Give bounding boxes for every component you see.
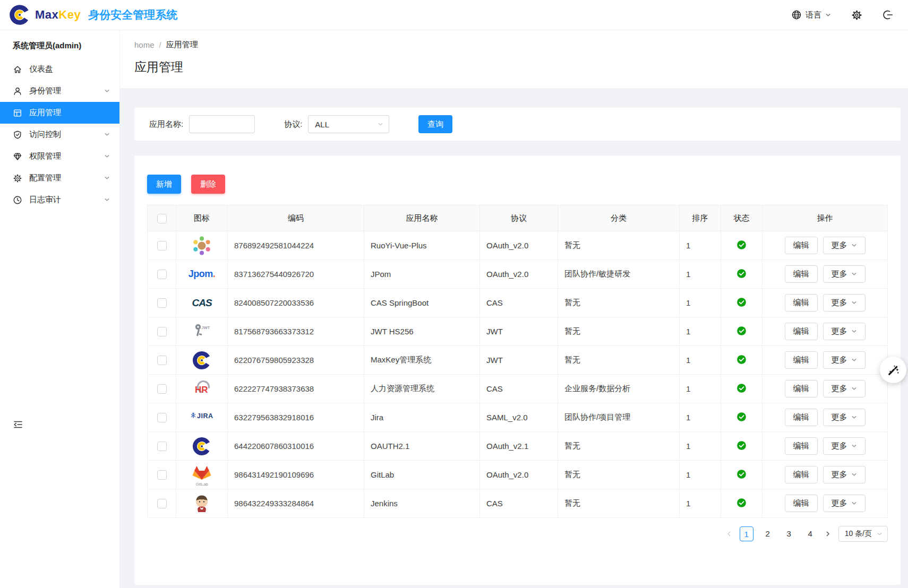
edit-button[interactable]: 编辑 bbox=[785, 380, 818, 397]
pagination-prev[interactable] bbox=[726, 531, 732, 537]
sidebar-item-label: 身份管理 bbox=[29, 86, 61, 96]
breadcrumb-home[interactable]: home bbox=[134, 40, 155, 49]
app-sort: 1 bbox=[680, 317, 721, 346]
app-sort: 1 bbox=[680, 489, 721, 518]
sidebar-item-audit[interactable]: 日志审计 bbox=[0, 189, 119, 211]
pagination: 123410 条/页 bbox=[147, 526, 888, 542]
row-checkbox[interactable] bbox=[157, 298, 167, 308]
sidebar-item-config[interactable]: 配置管理 bbox=[0, 167, 119, 189]
edit-button[interactable]: 编辑 bbox=[785, 351, 818, 369]
more-button[interactable]: 更多 bbox=[823, 437, 866, 455]
language-button[interactable]: 语言 bbox=[791, 10, 831, 20]
column-header: 排序 bbox=[680, 205, 721, 231]
row-checkbox[interactable] bbox=[157, 327, 167, 336]
logout-icon[interactable] bbox=[883, 10, 893, 20]
app-code: 622227747938373638 bbox=[228, 375, 364, 403]
pagination-page-3[interactable]: 3 bbox=[782, 526, 796, 541]
edit-button[interactable]: 编辑 bbox=[785, 265, 818, 283]
sidebar-item-permission[interactable]: 权限管理 bbox=[0, 145, 119, 167]
sidebar-item-access[interactable]: 访问控制 bbox=[0, 124, 119, 145]
edit-button[interactable]: 编辑 bbox=[785, 294, 818, 312]
ruoyi-app-icon bbox=[190, 234, 213, 257]
svg-text:GitLab: GitLab bbox=[196, 482, 209, 487]
row-checkbox[interactable] bbox=[157, 241, 167, 250]
row-checkbox[interactable] bbox=[157, 442, 167, 451]
sidebar: 系统管理员(admin) 仪表盘身份管理应用管理访问控制权限管理配置管理日志审计 bbox=[0, 30, 120, 588]
app-code: 644220607860310016 bbox=[228, 432, 364, 461]
sidebar-item-apps[interactable]: 应用管理 bbox=[0, 102, 119, 124]
more-button[interactable]: 更多 bbox=[823, 265, 866, 283]
row-checkbox[interactable] bbox=[157, 470, 167, 480]
app-protocol: JWT bbox=[480, 317, 558, 346]
app-code: 876892492581044224 bbox=[228, 231, 364, 260]
status-enabled-icon bbox=[736, 500, 747, 509]
gem-icon bbox=[13, 152, 22, 161]
app-protocol: CAS bbox=[480, 375, 558, 403]
sidebar-item-label: 权限管理 bbox=[29, 151, 61, 161]
table-row: 644220607860310016OAUTH2.1OAuth_v2.1暂无1编… bbox=[148, 432, 888, 461]
chevron-down-icon bbox=[851, 414, 857, 420]
applications-panel: 新增 删除 图标编码应用名称协议分类排序状态操作 876892492581044… bbox=[134, 155, 901, 585]
row-checkbox[interactable] bbox=[157, 413, 167, 422]
globe-icon bbox=[791, 10, 802, 20]
jenkins-app-icon bbox=[191, 493, 212, 514]
app-code: 632279563832918016 bbox=[228, 403, 364, 432]
status-enabled-icon bbox=[736, 300, 747, 309]
app-sort: 1 bbox=[680, 461, 721, 489]
row-checkbox[interactable] bbox=[157, 270, 167, 279]
add-button[interactable]: 新增 bbox=[147, 175, 181, 194]
delete-button[interactable]: 删除 bbox=[191, 175, 225, 194]
page-size-select[interactable]: 10 条/页 bbox=[838, 526, 888, 542]
table-row: Jpom.837136275440926720JPomOAuth_v2.0团队协… bbox=[148, 260, 888, 289]
edit-button[interactable]: 编辑 bbox=[785, 323, 818, 340]
app-category: 暂无 bbox=[558, 231, 680, 260]
edit-button[interactable]: 编辑 bbox=[785, 466, 818, 483]
chevron-down-icon bbox=[104, 132, 110, 137]
app-category: 企业服务/数据分析 bbox=[558, 375, 680, 403]
status-enabled-icon bbox=[736, 386, 747, 395]
chevron-down-icon bbox=[851, 328, 857, 334]
chevron-down-icon bbox=[851, 357, 857, 363]
more-button[interactable]: 更多 bbox=[823, 294, 866, 312]
more-button[interactable]: 更多 bbox=[823, 380, 866, 397]
more-button[interactable]: 更多 bbox=[823, 323, 866, 340]
table-row: CAS824008507220033536CAS SpringBootCAS暂无… bbox=[148, 289, 888, 317]
page-title: 应用管理 bbox=[134, 59, 894, 75]
status-enabled-icon bbox=[736, 243, 747, 252]
gitlab-app-icon: GitLab bbox=[191, 463, 212, 487]
status-enabled-icon bbox=[736, 472, 747, 481]
row-checkbox[interactable] bbox=[157, 384, 167, 394]
select-all-checkbox[interactable] bbox=[157, 214, 167, 223]
pagination-page-4[interactable]: 4 bbox=[803, 526, 817, 541]
sidebar-item-dashboard[interactable]: 仪表盘 bbox=[0, 58, 119, 80]
more-button[interactable]: 更多 bbox=[823, 409, 866, 426]
pagination-next[interactable] bbox=[825, 531, 831, 537]
edit-button[interactable]: 编辑 bbox=[785, 437, 818, 455]
table-row: JWT817568793663373312JWT HS256JWT暂无1编辑更多 bbox=[148, 317, 888, 346]
column-header: 图标 bbox=[176, 205, 228, 231]
app-sort: 1 bbox=[680, 346, 721, 375]
more-button[interactable]: 更多 bbox=[823, 466, 866, 483]
pagination-page-2[interactable]: 2 bbox=[761, 526, 775, 541]
more-button[interactable]: 更多 bbox=[823, 351, 866, 369]
column-header: 协议 bbox=[480, 205, 558, 231]
pagination-page-1[interactable]: 1 bbox=[740, 526, 753, 541]
edit-button[interactable]: 编辑 bbox=[785, 495, 818, 512]
edit-button[interactable]: 编辑 bbox=[785, 237, 818, 254]
chevron-down-icon bbox=[851, 472, 857, 478]
protocol-select[interactable]: ALL bbox=[308, 115, 389, 133]
app-name-input[interactable] bbox=[189, 115, 255, 133]
collapse-sidebar-icon[interactable] bbox=[13, 419, 23, 432]
protocol-label: 协议: bbox=[284, 119, 302, 129]
row-checkbox[interactable] bbox=[157, 499, 167, 508]
assistant-fab-button[interactable] bbox=[880, 357, 906, 383]
app-code: 622076759805923328 bbox=[228, 346, 364, 375]
more-button[interactable]: 更多 bbox=[823, 237, 866, 254]
search-button[interactable]: 查询 bbox=[418, 115, 452, 133]
edit-button[interactable]: 编辑 bbox=[785, 409, 818, 426]
settings-gear-icon[interactable] bbox=[851, 10, 862, 21]
more-button[interactable]: 更多 bbox=[823, 495, 866, 512]
app-protocol: CAS bbox=[480, 289, 558, 317]
sidebar-item-identity[interactable]: 身份管理 bbox=[0, 80, 119, 102]
row-checkbox[interactable] bbox=[157, 356, 167, 365]
